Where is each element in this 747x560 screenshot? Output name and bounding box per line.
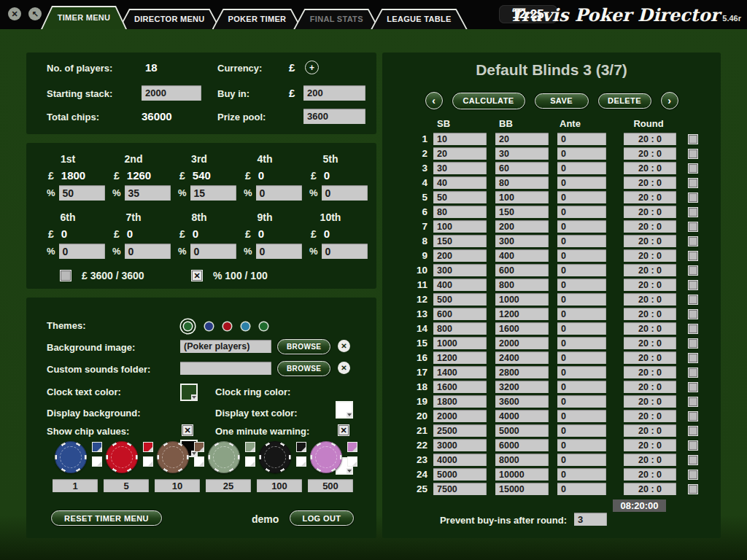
tab-timer-menu[interactable]: TIMER MENU bbox=[41, 6, 127, 29]
row-checkbox[interactable] bbox=[688, 192, 698, 203]
sounds-folder-input[interactable] bbox=[180, 362, 271, 375]
tab-league-table[interactable]: LEAGUE TABLE bbox=[371, 9, 467, 29]
round-time-input[interactable]: 20 : 0 bbox=[624, 235, 676, 247]
round-time-input[interactable]: 20 : 0 bbox=[624, 424, 676, 437]
starting-stack-input[interactable]: 2000 bbox=[142, 85, 201, 101]
theme-radio-5[interactable] bbox=[260, 322, 268, 330]
round-time-input[interactable]: 20 : 0 bbox=[624, 133, 676, 145]
sounds-browse-button[interactable]: BROWSE bbox=[277, 361, 330, 376]
ante-input[interactable]: 0 bbox=[557, 206, 606, 218]
ante-input[interactable]: 0 bbox=[557, 176, 606, 189]
bb-input[interactable]: 80 bbox=[495, 176, 549, 189]
ante-input[interactable]: 0 bbox=[557, 293, 606, 306]
place-percent-input[interactable]: 0 bbox=[190, 244, 236, 259]
sb-input[interactable]: 80 bbox=[433, 206, 487, 218]
chip-color-swatch[interactable] bbox=[347, 442, 357, 452]
chip-value-input[interactable]: 100 bbox=[257, 479, 302, 492]
bb-input[interactable]: 5000 bbox=[495, 424, 549, 437]
place-percent-input[interactable]: 50 bbox=[59, 185, 105, 201]
chip-value-input[interactable]: 5 bbox=[104, 479, 149, 492]
save-button[interactable]: SAVE bbox=[535, 93, 589, 109]
sb-input[interactable]: 1600 bbox=[433, 381, 487, 393]
ante-input[interactable]: 0 bbox=[557, 439, 606, 451]
sb-input[interactable]: 1200 bbox=[433, 351, 487, 364]
row-checkbox[interactable] bbox=[688, 134, 698, 144]
round-time-input[interactable]: 20 : 0 bbox=[624, 293, 676, 306]
prize-pool-input[interactable]: 3600 bbox=[303, 109, 365, 124]
theme-radio-1[interactable] bbox=[184, 322, 192, 330]
bb-input[interactable]: 800 bbox=[495, 279, 549, 291]
clock-ring-color-swatch[interactable] bbox=[336, 401, 353, 419]
sounds-clear-button[interactable]: ✕ bbox=[338, 362, 350, 374]
chip-color-swatch[interactable] bbox=[245, 442, 255, 452]
ante-input[interactable]: 0 bbox=[557, 381, 606, 393]
ante-input[interactable]: 0 bbox=[557, 366, 606, 378]
bb-input[interactable]: 60 bbox=[495, 162, 549, 174]
prevent-buyins-input[interactable]: 3 bbox=[574, 513, 607, 526]
bb-input[interactable]: 150 bbox=[495, 206, 549, 218]
chip-value-input[interactable]: 10 bbox=[155, 479, 200, 492]
ante-input[interactable]: 0 bbox=[557, 351, 606, 364]
previous-blinds-button[interactable]: ‹ bbox=[425, 92, 443, 109]
ante-input[interactable]: 0 bbox=[557, 133, 606, 145]
row-checkbox[interactable] bbox=[688, 397, 698, 407]
sb-input[interactable]: 40 bbox=[433, 176, 487, 189]
row-checkbox[interactable] bbox=[688, 411, 698, 421]
sb-input[interactable]: 7500 bbox=[433, 483, 487, 495]
chip-value-input[interactable]: 1 bbox=[53, 479, 98, 492]
row-checkbox[interactable] bbox=[688, 265, 698, 276]
row-checkbox[interactable] bbox=[688, 382, 698, 392]
bb-input[interactable]: 4000 bbox=[495, 410, 549, 422]
round-time-input[interactable]: 20 : 0 bbox=[624, 176, 676, 189]
round-time-input[interactable]: 20 : 0 bbox=[624, 147, 676, 160]
bb-input[interactable]: 8000 bbox=[495, 454, 549, 466]
sb-input[interactable]: 1000 bbox=[433, 337, 487, 349]
place-percent-input[interactable]: 0 bbox=[322, 185, 368, 201]
sb-input[interactable]: 400 bbox=[433, 279, 487, 291]
round-time-input[interactable]: 20 : 0 bbox=[624, 468, 676, 481]
round-time-input[interactable]: 20 : 0 bbox=[624, 454, 676, 466]
ante-input[interactable]: 0 bbox=[557, 264, 606, 276]
row-checkbox[interactable] bbox=[688, 426, 698, 436]
bb-input[interactable]: 3200 bbox=[495, 381, 549, 393]
place-percent-input[interactable]: 15 bbox=[190, 185, 236, 201]
buyin-input[interactable]: 200 bbox=[303, 85, 365, 101]
place-percent-input[interactable]: 35 bbox=[125, 185, 171, 201]
row-checkbox[interactable] bbox=[688, 455, 698, 465]
round-time-input[interactable]: 20 : 0 bbox=[624, 279, 676, 291]
log-out-button[interactable]: LOG OUT bbox=[290, 510, 354, 526]
theme-radio-3[interactable] bbox=[223, 322, 231, 330]
round-time-input[interactable]: 20 : 0 bbox=[624, 308, 676, 320]
tab-final-stats[interactable]: FINAL STATS bbox=[293, 9, 379, 29]
round-time-input[interactable]: 20 : 0 bbox=[624, 439, 676, 451]
bb-input[interactable]: 2000 bbox=[495, 337, 549, 349]
sb-input[interactable]: 1800 bbox=[433, 395, 487, 408]
place-percent-input[interactable]: 0 bbox=[322, 244, 368, 259]
row-checkbox[interactable] bbox=[688, 309, 698, 319]
row-checkbox[interactable] bbox=[688, 324, 698, 334]
sb-input[interactable]: 600 bbox=[433, 308, 487, 320]
bb-input[interactable]: 1000 bbox=[495, 293, 549, 306]
row-checkbox[interactable] bbox=[688, 280, 698, 290]
row-checkbox[interactable] bbox=[688, 484, 698, 494]
one-minute-warning-checkbox[interactable]: ✕ bbox=[338, 424, 349, 436]
chip-accent-color-swatch[interactable] bbox=[194, 456, 204, 467]
ante-input[interactable]: 0 bbox=[557, 147, 606, 160]
ante-input[interactable]: 0 bbox=[557, 308, 606, 320]
bb-input[interactable]: 1600 bbox=[495, 322, 549, 335]
chip-value-input[interactable]: 25 bbox=[206, 479, 251, 492]
chip-accent-color-swatch[interactable] bbox=[92, 456, 102, 467]
row-checkbox[interactable] bbox=[688, 222, 698, 232]
round-time-input[interactable]: 20 : 0 bbox=[624, 337, 676, 349]
round-time-input[interactable]: 20 : 0 bbox=[624, 395, 676, 408]
sb-input[interactable]: 500 bbox=[433, 293, 487, 306]
background-browse-button[interactable]: BROWSE bbox=[277, 339, 330, 354]
sb-input[interactable]: 20 bbox=[433, 147, 487, 160]
row-checkbox[interactable] bbox=[688, 207, 698, 217]
ante-input[interactable]: 0 bbox=[557, 483, 606, 495]
next-blinds-button[interactable]: › bbox=[661, 92, 678, 109]
sb-input[interactable]: 150 bbox=[433, 235, 487, 247]
theme-radio-4[interactable] bbox=[241, 322, 249, 330]
bb-input[interactable]: 200 bbox=[495, 220, 549, 233]
row-checkbox[interactable] bbox=[688, 368, 698, 378]
